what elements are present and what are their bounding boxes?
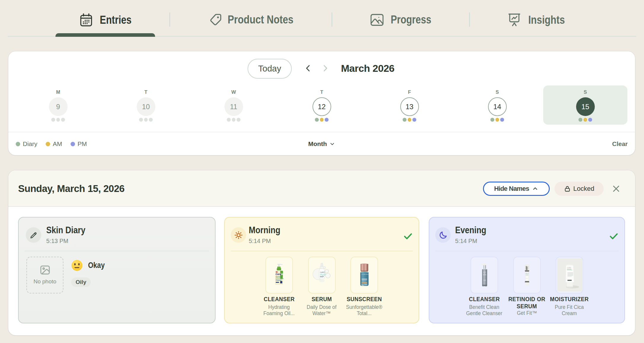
svg-text:GET FIT: GET FIT — [525, 272, 529, 274]
svg-text:OF WATER: OF WATER — [320, 275, 325, 276]
svg-text:Cleanser: Cleanser — [276, 280, 282, 281]
svg-text:COSRX: COSRX — [567, 267, 571, 268]
svg-text:Ve: Ve — [280, 273, 283, 276]
svg-text:Hydrating: Hydrating — [276, 276, 282, 278]
svg-text:COLORESCIENCE: COLORESCIENCE — [361, 274, 369, 275]
svg-text:A: A — [484, 272, 485, 273]
svg-text:Foaming Oil: Foaming Oil — [276, 278, 284, 280]
svg-text:50: 50 — [361, 284, 364, 286]
svg-text:CLARIFY: CLARIFY — [320, 271, 325, 273]
